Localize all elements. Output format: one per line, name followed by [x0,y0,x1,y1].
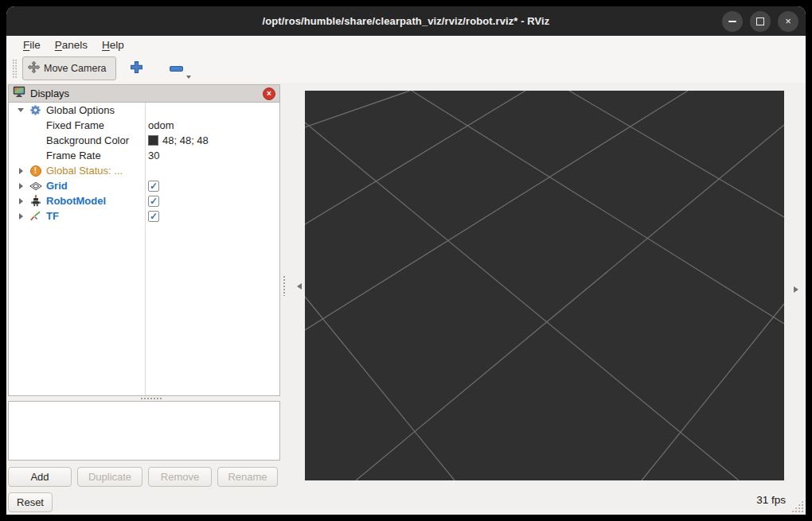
toolbar-drag-handle[interactable] [12,59,18,78]
collapse-triangle-icon[interactable] [18,108,24,112]
add-button[interactable]: Add [8,467,72,487]
window-title: /opt/ros/humble/share/clearpath_viz/rviz… [263,15,550,27]
panel-splitter-handle[interactable] [140,397,162,399]
plus-icon [130,60,143,77]
resize-grip[interactable] [791,500,803,512]
collapse-right-arrow-icon[interactable] [794,286,798,293]
maximize-button[interactable] [750,11,771,32]
check-icon: ✓ [150,196,158,206]
menu-panels[interactable]: Panels [48,39,95,51]
reset-button[interactable]: Reset [8,492,53,512]
tree-row-robot-model[interactable]: RobotModel ✓ [9,193,279,208]
minimize-icon [728,21,736,22]
expand-triangle-icon[interactable] [19,198,23,204]
robot-model-enabled-checkbox[interactable]: ✓ [148,196,159,207]
move-camera-label: Move Camera [44,63,107,74]
menu-help[interactable]: Help [95,39,131,51]
duplicate-button[interactable]: Duplicate [77,467,142,487]
tf-enabled-checkbox[interactable]: ✓ [148,211,159,222]
remove-tool-button[interactable] [165,57,188,80]
viewport-splitter-handle[interactable] [283,275,285,296]
menu-bar: File Panels Help [6,36,806,54]
display-action-buttons: Add Duplicate Remove Rename [8,467,280,487]
minimize-button[interactable] [722,11,743,32]
robot-icon [29,194,42,208]
menu-file[interactable]: File [16,39,48,51]
displays-icon [13,86,25,101]
toolbar: Move Camera [6,54,806,84]
displays-panel-header[interactable]: Displays × [9,85,279,103]
background-color-value[interactable]: 48; 48; 48 [148,134,209,146]
render-viewport[interactable] [305,91,784,480]
fps-counter: 31 fps [756,494,786,506]
expand-triangle-icon[interactable] [19,168,23,174]
grid-icon [29,179,42,192]
expand-triangle-icon[interactable] [19,183,23,189]
tree-row-global-options[interactable]: Global Options [9,103,279,118]
property-label: Fixed Frame [46,119,104,131]
tf-axes-icon [29,209,42,223]
add-tool-button[interactable] [130,60,143,77]
property-label: Frame Rate [46,150,101,161]
panel-close-icon: × [267,90,271,98]
displays-panel: Displays × Global Options [8,84,280,396]
property-label: Background Color [46,134,129,146]
color-swatch [148,135,158,146]
main-area: Displays × Global Options [6,83,806,489]
fixed-frame-value[interactable]: odom [148,119,174,131]
displays-tree: Global Options Fixed Frame odom Backgrou… [9,103,279,395]
ground-grid [305,91,784,480]
rviz-window: /opt/ros/humble/share/clearpath_viz/rviz… [6,6,806,515]
display-label: RobotModel [46,195,106,207]
tree-row-frame-rate[interactable]: Frame Rate 30 [9,148,279,163]
title-bar[interactable]: /opt/ros/humble/share/clearpath_viz/rviz… [6,6,806,36]
remove-button[interactable]: Remove [148,467,212,487]
color-value-text: 48; 48; 48 [162,134,209,146]
description-box [8,401,280,461]
warning-icon: ! [29,164,42,177]
minus-icon [170,66,183,72]
tree-row-grid[interactable]: Grid ✓ [9,178,279,193]
maximize-icon [756,17,764,25]
move-camera-tool[interactable]: Move Camera [22,56,116,80]
tree-row-tf[interactable]: TF ✓ [9,208,279,224]
rename-button[interactable]: Rename [217,467,278,487]
close-button[interactable]: × [778,11,798,32]
tool-dropdown-caret[interactable] [186,76,191,79]
status-label: Global Status: ... [46,165,123,177]
expand-triangle-icon[interactable] [19,213,23,220]
grid-lines [305,91,784,480]
status-bar: Reset 31 fps [6,489,806,515]
group-label: Global Options [46,104,115,116]
displays-panel-title: Displays [30,87,263,99]
check-icon: ✓ [150,212,158,221]
collapse-left-arrow-icon[interactable] [297,283,302,290]
frame-rate-value[interactable]: 30 [148,150,159,161]
displays-close-button[interactable]: × [263,87,275,100]
move-camera-icon [27,60,41,76]
tree-row-background-color[interactable]: Background Color 48; 48; 48 [9,133,279,148]
tree-row-fixed-frame[interactable]: Fixed Frame odom [9,118,279,133]
gear-icon [29,103,42,117]
close-icon: × [785,16,791,26]
display-label: Grid [46,180,68,192]
grid-enabled-checkbox[interactable]: ✓ [148,181,159,192]
check-icon: ✓ [150,181,158,191]
tree-row-global-status[interactable]: ! Global Status: ... [9,163,279,178]
display-label: TF [46,210,59,222]
